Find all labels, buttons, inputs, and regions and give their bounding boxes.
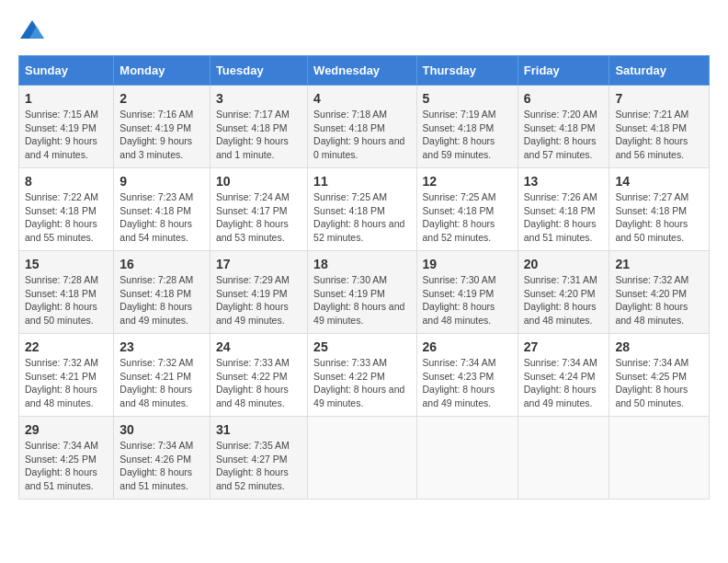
day-cell: 8 Sunrise: 7:22 AMSunset: 4:18 PMDayligh… [19, 168, 114, 251]
day-cell: 25 Sunrise: 7:33 AMSunset: 4:22 PMDaylig… [308, 334, 416, 417]
day-cell: 22 Sunrise: 7:32 AMSunset: 4:21 PMDaylig… [19, 334, 114, 417]
day-number: 31 [216, 422, 301, 437]
day-cell: 12 Sunrise: 7:25 AMSunset: 4:18 PMDaylig… [416, 168, 518, 251]
day-info: Sunrise: 7:25 AMSunset: 4:18 PMDaylight:… [313, 190, 410, 245]
day-info: Sunrise: 7:17 AMSunset: 4:18 PMDaylight:… [216, 108, 301, 162]
day-cell: 29 Sunrise: 7:34 AMSunset: 4:25 PMDaylig… [19, 417, 114, 500]
calendar-table: SundayMondayTuesdayWednesdayThursdayFrid… [18, 55, 710, 500]
day-number: 21 [615, 257, 703, 271]
day-info: Sunrise: 7:23 AMSunset: 4:18 PMDaylight:… [119, 190, 204, 245]
day-cell: 27 Sunrise: 7:34 AMSunset: 4:24 PMDaylig… [518, 334, 609, 417]
day-number: 4 [313, 91, 410, 106]
day-number: 13 [524, 174, 604, 189]
day-number: 10 [216, 174, 301, 189]
day-number: 24 [216, 339, 301, 354]
day-info: Sunrise: 7:31 AMSunset: 4:20 PMDaylight:… [524, 273, 604, 327]
day-info: Sunrise: 7:32 AMSunset: 4:20 PMDaylight:… [615, 273, 703, 327]
logo-icon [18, 18, 46, 46]
day-info: Sunrise: 7:29 AMSunset: 4:19 PMDaylight:… [216, 273, 301, 327]
day-number: 27 [524, 339, 604, 354]
day-cell [609, 417, 710, 500]
column-header-saturday: Saturday [609, 56, 710, 86]
day-info: Sunrise: 7:20 AMSunset: 4:18 PMDaylight:… [524, 108, 604, 162]
day-cell: 3 Sunrise: 7:17 AMSunset: 4:18 PMDayligh… [210, 86, 307, 168]
logo [18, 18, 50, 46]
day-info: Sunrise: 7:33 AMSunset: 4:22 PMDaylight:… [216, 356, 301, 410]
day-number: 29 [25, 422, 108, 437]
day-info: Sunrise: 7:35 AMSunset: 4:27 PMDaylight:… [216, 439, 301, 493]
day-cell [518, 417, 609, 500]
day-cell: 30 Sunrise: 7:34 AMSunset: 4:26 PMDaylig… [114, 417, 210, 500]
day-cell: 6 Sunrise: 7:20 AMSunset: 4:18 PMDayligh… [518, 86, 609, 168]
day-info: Sunrise: 7:28 AMSunset: 4:18 PMDaylight:… [25, 273, 108, 327]
day-info: Sunrise: 7:32 AMSunset: 4:21 PMDaylight:… [25, 356, 108, 410]
column-header-tuesday: Tuesday [210, 56, 307, 86]
day-number: 1 [25, 91, 108, 106]
day-cell: 18 Sunrise: 7:30 AMSunset: 4:19 PMDaylig… [308, 251, 416, 334]
day-cell: 17 Sunrise: 7:29 AMSunset: 4:19 PMDaylig… [210, 251, 307, 334]
day-number: 7 [615, 91, 703, 106]
day-info: Sunrise: 7:22 AMSunset: 4:18 PMDaylight:… [25, 190, 108, 245]
day-number: 19 [423, 257, 512, 271]
day-number: 8 [25, 174, 108, 189]
day-info: Sunrise: 7:19 AMSunset: 4:18 PMDaylight:… [423, 108, 512, 162]
day-cell: 19 Sunrise: 7:30 AMSunset: 4:19 PMDaylig… [416, 251, 518, 334]
day-cell: 28 Sunrise: 7:34 AMSunset: 4:25 PMDaylig… [609, 334, 710, 417]
day-number: 16 [119, 257, 204, 271]
column-header-thursday: Thursday [416, 56, 518, 86]
week-row-5: 29 Sunrise: 7:34 AMSunset: 4:25 PMDaylig… [19, 417, 710, 500]
day-number: 23 [119, 339, 204, 354]
column-header-monday: Monday [114, 56, 210, 86]
header [18, 18, 710, 46]
day-number: 28 [615, 339, 703, 354]
day-info: Sunrise: 7:28 AMSunset: 4:18 PMDaylight:… [119, 273, 204, 327]
day-cell: 20 Sunrise: 7:31 AMSunset: 4:20 PMDaylig… [518, 251, 609, 334]
day-number: 22 [25, 339, 108, 354]
day-cell: 5 Sunrise: 7:19 AMSunset: 4:18 PMDayligh… [416, 86, 518, 168]
day-cell: 10 Sunrise: 7:24 AMSunset: 4:17 PMDaylig… [210, 168, 307, 251]
column-header-friday: Friday [518, 56, 609, 86]
day-number: 12 [423, 174, 512, 189]
day-number: 5 [423, 91, 512, 106]
day-info: Sunrise: 7:34 AMSunset: 4:24 PMDaylight:… [524, 356, 604, 410]
day-cell: 24 Sunrise: 7:33 AMSunset: 4:22 PMDaylig… [210, 334, 307, 417]
day-info: Sunrise: 7:34 AMSunset: 4:26 PMDaylight:… [119, 439, 204, 493]
day-cell: 26 Sunrise: 7:34 AMSunset: 4:23 PMDaylig… [416, 334, 518, 417]
day-info: Sunrise: 7:15 AMSunset: 4:19 PMDaylight:… [25, 108, 108, 162]
week-row-2: 8 Sunrise: 7:22 AMSunset: 4:18 PMDayligh… [19, 168, 710, 251]
day-info: Sunrise: 7:30 AMSunset: 4:19 PMDaylight:… [313, 273, 410, 327]
column-header-wednesday: Wednesday [308, 56, 416, 86]
day-cell [308, 417, 416, 500]
day-cell: 15 Sunrise: 7:28 AMSunset: 4:18 PMDaylig… [19, 251, 114, 334]
day-cell: 14 Sunrise: 7:27 AMSunset: 4:18 PMDaylig… [609, 168, 710, 251]
day-info: Sunrise: 7:25 AMSunset: 4:18 PMDaylight:… [423, 190, 512, 245]
day-number: 30 [119, 422, 204, 437]
day-number: 15 [25, 257, 108, 271]
day-info: Sunrise: 7:34 AMSunset: 4:25 PMDaylight:… [615, 356, 703, 410]
week-row-1: 1 Sunrise: 7:15 AMSunset: 4:19 PMDayligh… [19, 86, 710, 168]
day-info: Sunrise: 7:24 AMSunset: 4:17 PMDaylight:… [216, 190, 301, 245]
day-info: Sunrise: 7:16 AMSunset: 4:19 PMDaylight:… [119, 108, 204, 162]
week-row-3: 15 Sunrise: 7:28 AMSunset: 4:18 PMDaylig… [19, 251, 710, 334]
day-info: Sunrise: 7:34 AMSunset: 4:23 PMDaylight:… [423, 356, 512, 410]
header-row: SundayMondayTuesdayWednesdayThursdayFrid… [19, 56, 710, 86]
day-number: 25 [313, 339, 410, 354]
day-info: Sunrise: 7:33 AMSunset: 4:22 PMDaylight:… [313, 356, 410, 410]
day-number: 17 [216, 257, 301, 271]
day-cell: 2 Sunrise: 7:16 AMSunset: 4:19 PMDayligh… [114, 86, 210, 168]
day-number: 11 [313, 174, 410, 189]
day-number: 14 [615, 174, 703, 189]
column-header-sunday: Sunday [19, 56, 114, 86]
day-number: 6 [524, 91, 604, 106]
day-info: Sunrise: 7:21 AMSunset: 4:18 PMDaylight:… [615, 108, 703, 162]
day-info: Sunrise: 7:27 AMSunset: 4:18 PMDaylight:… [615, 190, 703, 245]
day-info: Sunrise: 7:30 AMSunset: 4:19 PMDaylight:… [423, 273, 512, 327]
day-cell [416, 417, 518, 500]
day-info: Sunrise: 7:18 AMSunset: 4:18 PMDaylight:… [313, 108, 410, 162]
day-cell: 21 Sunrise: 7:32 AMSunset: 4:20 PMDaylig… [609, 251, 710, 334]
day-cell: 13 Sunrise: 7:26 AMSunset: 4:18 PMDaylig… [518, 168, 609, 251]
day-cell: 7 Sunrise: 7:21 AMSunset: 4:18 PMDayligh… [609, 86, 710, 168]
day-number: 18 [313, 257, 410, 271]
week-row-4: 22 Sunrise: 7:32 AMSunset: 4:21 PMDaylig… [19, 334, 710, 417]
day-info: Sunrise: 7:32 AMSunset: 4:21 PMDaylight:… [119, 356, 204, 410]
